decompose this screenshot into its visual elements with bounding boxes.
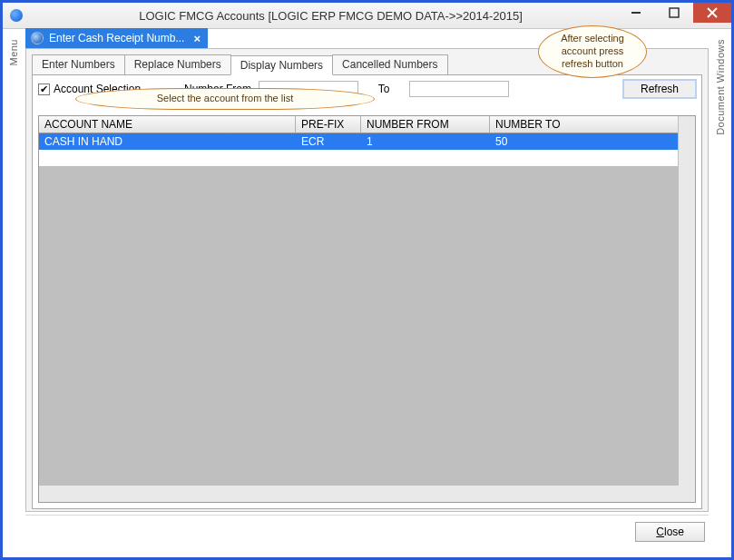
account-selection-checkbox[interactable]: ✔	[38, 84, 50, 95]
col-number-from[interactable]: NUMBER FROM	[361, 116, 490, 133]
callout-list-hint: Select the account from the list	[75, 88, 375, 110]
grid-header: ACCOUNT NAME PRE-FIX NUMBER FROM NUMBER …	[39, 116, 679, 133]
refresh-button[interactable]: Refresh	[623, 80, 696, 98]
grid-vertical-scrollbar[interactable]	[678, 116, 695, 486]
svg-rect-1	[670, 8, 679, 17]
document-windows-side-label[interactable]: Document Windows	[715, 39, 726, 135]
maximize-button[interactable]	[655, 3, 693, 23]
app-icon	[10, 9, 23, 22]
grid-horizontal-scrollbar[interactable]	[39, 485, 679, 502]
cell-number-to: 50	[490, 133, 679, 150]
table-row[interactable]: CASH IN HAND ECR 1 50	[39, 133, 679, 150]
tab-display-numbers[interactable]: Display Numbers	[230, 55, 333, 75]
tab-cancelled-numbers[interactable]: Cancelled Numbers	[332, 54, 447, 74]
table-row[interactable]	[39, 150, 679, 166]
cell-account-name: CASH IN HAND	[39, 133, 296, 150]
close-button[interactable]: Close	[635, 522, 705, 542]
data-grid[interactable]: ACCOUNT NAME PRE-FIX NUMBER FROM NUMBER …	[38, 115, 696, 503]
tab-enter-numbers[interactable]: Enter Numbers	[32, 54, 125, 74]
window-controls	[617, 3, 731, 23]
col-prefix[interactable]: PRE-FIX	[296, 116, 361, 133]
titlebar: LOGIC FMCG Accounts [LOGIC ERP FMCG DEMO…	[3, 3, 731, 29]
minimize-icon	[631, 7, 641, 18]
minimize-button[interactable]	[617, 3, 655, 23]
menu-side-label[interactable]: Menu	[8, 39, 19, 66]
document-tab-close[interactable]: ×	[190, 32, 201, 45]
callout-refresh-hint: After selecting account press refresh bu…	[538, 25, 647, 78]
col-account-name[interactable]: ACCOUNT NAME	[39, 116, 296, 133]
tab-replace-numbers[interactable]: Replace Numbers	[124, 54, 231, 74]
number-to-input[interactable]	[409, 81, 509, 97]
document-tab[interactable]: Enter Cash Receipt Numb... ×	[25, 28, 208, 48]
cell-number-from: 1	[361, 133, 490, 150]
to-label: To	[362, 83, 406, 95]
cell-prefix: ECR	[296, 133, 361, 150]
bottom-bar: Close	[25, 515, 709, 548]
col-number-to[interactable]: NUMBER TO	[490, 116, 679, 133]
close-window-button[interactable]	[693, 3, 731, 23]
tab-body: ✔ Account Selection Number From To Refre…	[32, 74, 702, 509]
doc-icon	[31, 32, 44, 44]
maximize-icon	[669, 7, 680, 18]
main-panel: Enter Numbers Replace Numbers Display Nu…	[25, 48, 709, 512]
close-icon	[707, 7, 718, 18]
grid-scroll-corner	[679, 486, 695, 502]
document-tab-title: Enter Cash Receipt Numb...	[49, 32, 184, 44]
